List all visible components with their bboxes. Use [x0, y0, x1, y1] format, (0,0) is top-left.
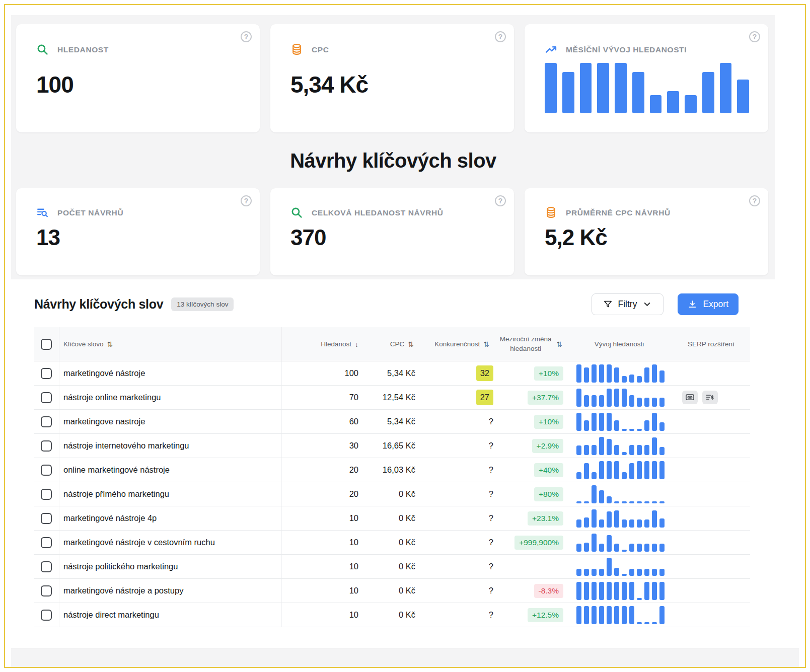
serp-icons: [672, 555, 750, 578]
row-checkbox[interactable]: [41, 561, 52, 572]
cpc-card: ? CPC 5,34 Kč: [270, 24, 514, 132]
spark-bar: [614, 501, 619, 503]
spark-bar: [622, 606, 627, 624]
spark-bar: [652, 413, 657, 431]
keyword-text[interactable]: nástroje internetového marketingu: [63, 441, 189, 451]
table-row: nástroje online marketingu 70 12,54 Kč 2…: [34, 386, 750, 410]
spark-bar: [607, 582, 612, 600]
keyword-text[interactable]: marketingové nástroje a postupy: [63, 586, 183, 595]
help-icon[interactable]: ?: [241, 31, 252, 42]
chart-bar: [562, 72, 574, 113]
row-checkbox[interactable]: [41, 465, 52, 476]
keyword-text[interactable]: marketingove nastroje: [63, 417, 145, 426]
column-header-keyword[interactable]: Klíčové slovo⇅: [59, 327, 282, 361]
keyword-text[interactable]: marketingové nástroje: [63, 368, 145, 378]
table-row: nástroje internetového marketingu 30 16,…: [34, 434, 750, 458]
section-heading: Návrhy klíčových slov: [11, 132, 775, 188]
keyword-text[interactable]: nástroje přímého marketingu: [63, 489, 169, 499]
trend-sparkline: [576, 582, 665, 600]
table-row: marketingové nástroje 100 5,34 Kč 32 +10…: [34, 361, 750, 386]
cpc-cell: 5,34 Kč: [367, 361, 423, 385]
spark-bar: [637, 461, 642, 479]
sort-icon[interactable]: ⇅: [107, 340, 113, 348]
spark-bar: [629, 569, 634, 576]
cpc-value: 0 Kč: [399, 610, 415, 620]
spark-bar: [599, 490, 604, 503]
page-frame: ? HLEDANOST 100 ?: [4, 4, 806, 668]
keyword-text[interactable]: nástroje politického marketingu: [63, 562, 178, 571]
spark-bar: [607, 364, 612, 383]
cpc-value: 0 Kč: [399, 538, 415, 547]
column-label: SERP rozšíření: [688, 340, 734, 348]
help-icon[interactable]: ?: [749, 195, 760, 206]
row-checkbox[interactable]: [41, 610, 52, 621]
row-checkbox[interactable]: [41, 489, 52, 500]
spark-bar: [614, 544, 619, 552]
row-checkbox[interactable]: [41, 537, 52, 548]
ads-icon[interactable]: [702, 391, 718, 404]
chart-bar: [685, 95, 697, 113]
spark-bar: [584, 445, 589, 455]
spark-bar: [584, 543, 589, 552]
cpc-value: 0 Kč: [399, 586, 415, 595]
cpc-value: 0 Kč: [399, 562, 415, 571]
table-row: marketingové nástroje 4p 10 0 Kč ? +23.1…: [34, 506, 750, 531]
spark-bar: [584, 517, 589, 528]
help-icon[interactable]: ?: [495, 31, 506, 42]
konkurencnost-value: ?: [489, 610, 493, 620]
keyword-text[interactable]: online marketingové nástroje: [63, 465, 170, 475]
spark-bar: [584, 501, 589, 503]
hledanost-cell: 10: [282, 531, 367, 554]
column-header-konkurencnost[interactable]: Konkurenčnost⇅: [423, 340, 498, 348]
row-checkbox[interactable]: [41, 513, 52, 524]
hledanost-cell: 10: [282, 603, 367, 627]
row-checkbox[interactable]: [41, 585, 52, 596]
serp-icons: [672, 506, 750, 530]
column-header-mezirocni-zmena[interactable]: Meziroční změna hledanosti⇅: [498, 335, 566, 353]
export-button[interactable]: Export: [678, 293, 739, 315]
serp-icons: [672, 579, 750, 603]
row-checkbox[interactable]: [41, 416, 52, 427]
table-row: marketingové nástroje v cestovním ruchu …: [34, 531, 750, 555]
sort-icon[interactable]: ⇅: [483, 340, 489, 348]
chart-bar: [632, 72, 644, 113]
keyword-text[interactable]: marketingové nástroje 4p: [63, 513, 157, 523]
column-header-hledanost[interactable]: Hledanost↓: [282, 340, 367, 348]
spark-bar: [614, 510, 619, 528]
spark-bar: [659, 398, 665, 407]
keyword-text[interactable]: nástroje online marketingu: [63, 393, 161, 402]
change-badge: +40%: [534, 463, 563, 477]
spark-bar: [576, 472, 581, 479]
help-icon[interactable]: ?: [749, 31, 760, 42]
sitelinks-icon[interactable]: [682, 391, 698, 404]
sort-icon[interactable]: ⇅: [408, 340, 414, 348]
help-icon[interactable]: ?: [241, 195, 252, 206]
spark-bar: [592, 472, 597, 479]
spark-bar: [576, 606, 581, 624]
spark-bar: [607, 389, 612, 407]
keyword-text[interactable]: nástroje direct marketingu: [63, 610, 159, 620]
trend-sparkline: [576, 509, 665, 528]
spark-bar: [592, 569, 597, 576]
hledanost-value: 10: [349, 513, 358, 523]
sort-icon[interactable]: ⇅: [556, 340, 562, 348]
help-icon[interactable]: ?: [495, 195, 506, 206]
column-header-cpc[interactable]: CPC⇅: [367, 340, 423, 348]
cpc-cell: 0 Kč: [367, 482, 423, 506]
konkurencnost-value: 27: [476, 390, 493, 405]
cpc-cell: 0 Kč: [367, 579, 423, 603]
celkova-hledanost-value: 370: [270, 219, 514, 250]
serp-icons: [672, 603, 750, 627]
filters-button[interactable]: Filtry: [592, 293, 664, 315]
spark-bar: [592, 606, 597, 624]
select-all-checkbox[interactable]: [41, 339, 52, 350]
row-checkbox[interactable]: [41, 392, 52, 403]
sort-desc-icon[interactable]: ↓: [355, 340, 358, 348]
serp-icons: [672, 458, 750, 482]
row-checkbox[interactable]: [41, 440, 52, 452]
trend-sparkline: [576, 558, 665, 576]
spark-bar: [614, 445, 619, 455]
row-checkbox[interactable]: [41, 368, 52, 379]
keyword-text[interactable]: marketingové nástroje v cestovním ruchu: [63, 538, 215, 547]
filters-button-label: Filtry: [618, 299, 637, 310]
